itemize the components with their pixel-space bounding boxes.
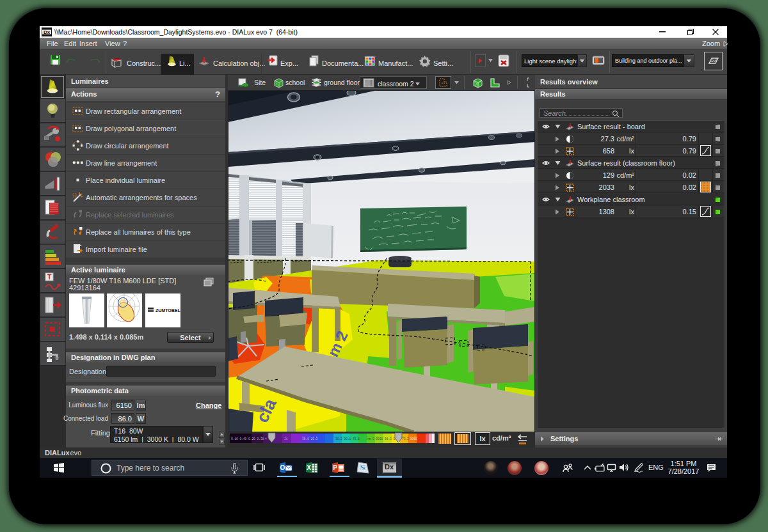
svg-text:21: 21: [284, 437, 288, 441]
svg-text:T: T: [47, 273, 52, 281]
svg-text:O: O: [280, 464, 285, 471]
svg-text:Dx: Dx: [44, 29, 51, 35]
svg-text:0.10 0.40 0.20 0.30: 0.10 0.40 0.20 0.30: [231, 437, 264, 441]
svg-text:ZUMTOBEL: ZUMTOBEL: [156, 308, 180, 313]
svg-text:rm 0 5060 56.3 58.3 73.2: rm 0 5060 56.3 58.3 73.2: [367, 437, 409, 441]
svg-text:30.2 90.1 75.0: 30.2 90.1 75.0: [335, 437, 360, 441]
svg-text:35.6 29.3: 35.6 29.3: [302, 437, 318, 441]
svg-text:X: X: [307, 464, 311, 471]
svg-text:5060: 5060: [410, 437, 417, 441]
svg-text:P: P: [333, 464, 337, 471]
